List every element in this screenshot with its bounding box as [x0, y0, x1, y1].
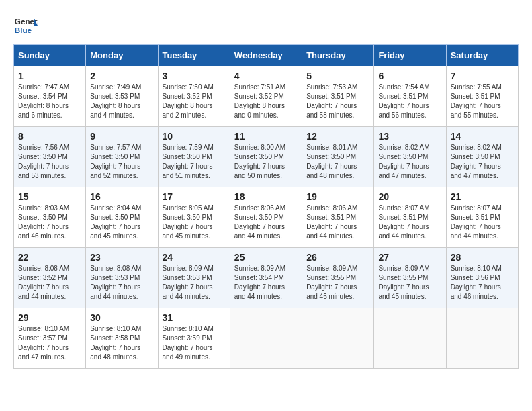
- calendar-cell: 29 Sunrise: 8:10 AM Sunset: 3:57 PM Dayl…: [14, 308, 86, 369]
- calendar-cell: 4 Sunrise: 7:51 AM Sunset: 3:52 PM Dayli…: [230, 66, 302, 127]
- header: General Blue: [13, 13, 519, 38]
- calendar-cell: 9 Sunrise: 7:57 AM Sunset: 3:50 PM Dayli…: [86, 127, 158, 187]
- day-info: Sunrise: 8:00 AM Sunset: 3:50 PM Dayligh…: [234, 143, 298, 181]
- calendar-cell: 10 Sunrise: 7:59 AM Sunset: 3:50 PM Dayl…: [158, 127, 230, 187]
- day-info: Sunrise: 8:08 AM Sunset: 3:53 PM Dayligh…: [90, 264, 153, 302]
- calendar-cell: 27 Sunrise: 8:09 AM Sunset: 3:55 PM Dayl…: [374, 248, 446, 308]
- calendar-table: SundayMondayTuesdayWednesdayThursdayFrid…: [13, 44, 519, 369]
- calendar-header-sunday: Sunday: [14, 45, 86, 66]
- calendar-cell: 13 Sunrise: 8:02 AM Sunset: 3:50 PM Dayl…: [374, 127, 446, 187]
- calendar-header-friday: Friday: [374, 45, 446, 66]
- day-number: 2: [90, 71, 153, 81]
- day-number: 16: [90, 191, 153, 202]
- day-info: Sunrise: 8:09 AM Sunset: 3:55 PM Dayligh…: [378, 264, 441, 302]
- day-number: 14: [451, 131, 514, 142]
- day-info: Sunrise: 8:09 AM Sunset: 3:55 PM Dayligh…: [306, 264, 369, 302]
- calendar-cell: 7 Sunrise: 7:55 AM Sunset: 3:51 PM Dayli…: [446, 66, 518, 127]
- day-number: 15: [18, 191, 81, 202]
- logo: General Blue: [13, 13, 38, 38]
- day-number: 21: [451, 191, 514, 202]
- day-info: Sunrise: 7:59 AM Sunset: 3:50 PM Dayligh…: [163, 143, 226, 181]
- day-number: 6: [378, 71, 441, 81]
- day-info: Sunrise: 8:09 AM Sunset: 3:53 PM Dayligh…: [163, 264, 226, 302]
- day-info: Sunrise: 8:10 AM Sunset: 3:58 PM Dayligh…: [90, 324, 153, 362]
- svg-text:Blue: Blue: [15, 26, 32, 34]
- calendar-cell: 6 Sunrise: 7:54 AM Sunset: 3:51 PM Dayli…: [374, 66, 446, 127]
- calendar-header-tuesday: Tuesday: [158, 45, 230, 66]
- calendar-cell: 5 Sunrise: 7:53 AM Sunset: 3:51 PM Dayli…: [302, 66, 374, 127]
- day-number: 31: [163, 312, 226, 323]
- calendar-header-saturday: Saturday: [446, 45, 518, 66]
- day-info: Sunrise: 8:09 AM Sunset: 3:54 PM Dayligh…: [234, 264, 298, 302]
- day-number: 12: [306, 131, 369, 142]
- day-number: 19: [306, 191, 369, 202]
- day-info: Sunrise: 7:51 AM Sunset: 3:52 PM Dayligh…: [234, 83, 298, 120]
- day-number: 11: [234, 131, 298, 142]
- calendar-cell: 22 Sunrise: 8:08 AM Sunset: 3:52 PM Dayl…: [14, 248, 86, 308]
- day-info: Sunrise: 7:56 AM Sunset: 3:50 PM Dayligh…: [18, 143, 81, 181]
- day-info: Sunrise: 8:06 AM Sunset: 3:50 PM Dayligh…: [234, 203, 298, 241]
- day-info: Sunrise: 8:07 AM Sunset: 3:51 PM Dayligh…: [378, 203, 441, 241]
- calendar-cell: 12 Sunrise: 8:01 AM Sunset: 3:50 PM Dayl…: [302, 127, 374, 187]
- day-number: 25: [234, 252, 298, 263]
- day-number: 10: [163, 131, 226, 142]
- day-info: Sunrise: 7:53 AM Sunset: 3:51 PM Dayligh…: [306, 83, 369, 120]
- calendar-cell: 19 Sunrise: 8:06 AM Sunset: 3:51 PM Dayl…: [302, 187, 374, 248]
- day-number: 24: [163, 252, 226, 263]
- day-number: 26: [306, 252, 369, 263]
- day-info: Sunrise: 7:50 AM Sunset: 3:52 PM Dayligh…: [163, 83, 226, 120]
- calendar-cell: [374, 308, 446, 369]
- day-number: 22: [18, 252, 81, 263]
- calendar-cell: 18 Sunrise: 8:06 AM Sunset: 3:50 PM Dayl…: [230, 187, 302, 248]
- calendar-cell: 21 Sunrise: 8:07 AM Sunset: 3:51 PM Dayl…: [446, 187, 518, 248]
- day-info: Sunrise: 8:10 AM Sunset: 3:56 PM Dayligh…: [451, 264, 514, 302]
- day-number: 23: [90, 252, 153, 263]
- day-info: Sunrise: 8:02 AM Sunset: 3:50 PM Dayligh…: [378, 143, 441, 181]
- day-info: Sunrise: 7:47 AM Sunset: 3:54 PM Dayligh…: [18, 83, 81, 120]
- calendar-cell: 28 Sunrise: 8:10 AM Sunset: 3:56 PM Dayl…: [446, 248, 518, 308]
- calendar-week-row: 15 Sunrise: 8:03 AM Sunset: 3:50 PM Dayl…: [14, 187, 519, 248]
- day-number: 4: [234, 71, 298, 81]
- calendar-cell: 11 Sunrise: 8:00 AM Sunset: 3:50 PM Dayl…: [230, 127, 302, 187]
- day-number: 28: [451, 252, 514, 263]
- calendar-cell: 16 Sunrise: 8:04 AM Sunset: 3:50 PM Dayl…: [86, 187, 158, 248]
- day-info: Sunrise: 7:55 AM Sunset: 3:51 PM Dayligh…: [451, 83, 514, 120]
- calendar-cell: 26 Sunrise: 8:09 AM Sunset: 3:55 PM Dayl…: [302, 248, 374, 308]
- calendar-cell: 15 Sunrise: 8:03 AM Sunset: 3:50 PM Dayl…: [14, 187, 86, 248]
- day-info: Sunrise: 8:01 AM Sunset: 3:50 PM Dayligh…: [306, 143, 369, 181]
- calendar-week-row: 22 Sunrise: 8:08 AM Sunset: 3:52 PM Dayl…: [14, 248, 519, 308]
- calendar-cell: 23 Sunrise: 8:08 AM Sunset: 3:53 PM Dayl…: [86, 248, 158, 308]
- day-info: Sunrise: 8:06 AM Sunset: 3:51 PM Dayligh…: [306, 203, 369, 241]
- calendar-cell: 31 Sunrise: 8:10 AM Sunset: 3:59 PM Dayl…: [158, 308, 230, 369]
- calendar-cell: 17 Sunrise: 8:05 AM Sunset: 3:50 PM Dayl…: [158, 187, 230, 248]
- day-info: Sunrise: 8:05 AM Sunset: 3:50 PM Dayligh…: [163, 203, 226, 241]
- calendar-week-row: 8 Sunrise: 7:56 AM Sunset: 3:50 PM Dayli…: [14, 127, 519, 187]
- calendar-cell: 8 Sunrise: 7:56 AM Sunset: 3:50 PM Dayli…: [14, 127, 86, 187]
- calendar-cell: [446, 308, 518, 369]
- calendar-cell: [230, 308, 302, 369]
- day-info: Sunrise: 7:54 AM Sunset: 3:51 PM Dayligh…: [378, 83, 441, 120]
- day-number: 17: [163, 191, 226, 202]
- day-number: 13: [378, 131, 441, 142]
- day-number: 7: [451, 71, 514, 81]
- day-number: 20: [378, 191, 441, 202]
- calendar-week-row: 1 Sunrise: 7:47 AM Sunset: 3:54 PM Dayli…: [14, 66, 519, 127]
- calendar-cell: 2 Sunrise: 7:49 AM Sunset: 3:53 PM Dayli…: [86, 66, 158, 127]
- calendar-cell: 1 Sunrise: 7:47 AM Sunset: 3:54 PM Dayli…: [14, 66, 86, 127]
- day-number: 9: [90, 131, 153, 142]
- day-number: 27: [378, 252, 441, 263]
- day-number: 30: [90, 312, 153, 323]
- day-number: 3: [163, 71, 226, 81]
- day-info: Sunrise: 7:57 AM Sunset: 3:50 PM Dayligh…: [90, 143, 153, 181]
- calendar-cell: 30 Sunrise: 8:10 AM Sunset: 3:58 PM Dayl…: [86, 308, 158, 369]
- day-info: Sunrise: 8:08 AM Sunset: 3:52 PM Dayligh…: [18, 264, 81, 302]
- day-info: Sunrise: 7:49 AM Sunset: 3:53 PM Dayligh…: [90, 83, 153, 120]
- calendar-cell: [302, 308, 374, 369]
- day-number: 5: [306, 71, 369, 81]
- calendar-week-row: 29 Sunrise: 8:10 AM Sunset: 3:57 PM Dayl…: [14, 308, 519, 369]
- day-number: 1: [18, 71, 81, 81]
- calendar-cell: 3 Sunrise: 7:50 AM Sunset: 3:52 PM Dayli…: [158, 66, 230, 127]
- calendar-cell: 14 Sunrise: 8:02 AM Sunset: 3:50 PM Dayl…: [446, 127, 518, 187]
- calendar-header-row: SundayMondayTuesdayWednesdayThursdayFrid…: [14, 45, 519, 66]
- calendar-cell: 24 Sunrise: 8:09 AM Sunset: 3:53 PM Dayl…: [158, 248, 230, 308]
